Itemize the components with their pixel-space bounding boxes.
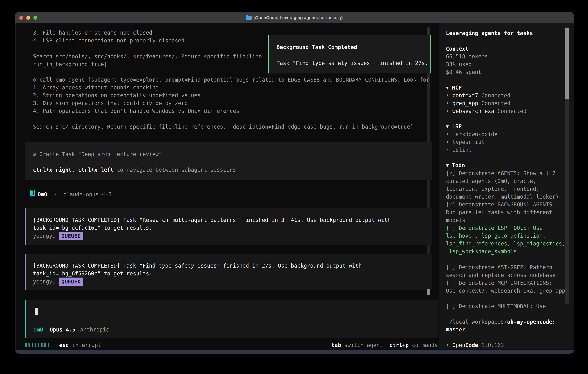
lsp-name: markdown-oxide: [452, 131, 498, 137]
agent-call-item: 3. Division operations that could divide…: [33, 99, 188, 107]
bullet-icon: •: [446, 131, 449, 137]
oracle-task-hint: ctrl+x right, ctrl+x left to navigate be…: [33, 166, 236, 174]
transcript-line: Search src/tools/, src/hooks/, src/featu…: [33, 53, 262, 61]
separator-dot: ·: [54, 191, 57, 197]
transcript-line: 4. LSP client connections not properly d…: [33, 37, 184, 44]
todo-line: Use context7, websearch_exa, grep_app: [446, 287, 565, 295]
ctrlp-label: commands: [409, 342, 438, 348]
active-agent: OmO: [33, 327, 43, 333]
chevron-down-icon: ▼: [446, 124, 449, 129]
lsp-name: typescript: [452, 139, 485, 145]
bullet-icon: •: [446, 108, 449, 114]
todo-line: [ ] Demonstrate AST-GREP: Pattern: [446, 263, 552, 271]
input-status-row: OmOOpus 4.5Anthropic: [33, 326, 109, 334]
context-used: 33% used: [446, 61, 472, 68]
oracle-task-card[interactable]: ◉ Oracle Task "Deep architecture review"…: [25, 142, 432, 180]
context-spent: $0.46 spent: [446, 68, 481, 76]
bullet-icon: •: [446, 100, 449, 106]
mcp-name: context7: [452, 93, 478, 99]
todo-line: document-writer, multimodal-looker): [446, 193, 559, 201]
mcp-status: Connected: [478, 100, 510, 106]
todo-line-active: [ ] Demonstrate LSP TOOLS: Use: [446, 224, 543, 232]
sidebar-scrollbar-thumb[interactable]: [565, 28, 569, 99]
agent-header: OmO·claude-opus-4-5: [38, 191, 112, 198]
repo-name: oh-my-opencode:: [507, 319, 556, 325]
todo-line: curated agents (OmO, oracle,: [446, 177, 536, 185]
agent-call-item: 2. String operations on potentially unde…: [33, 92, 200, 99]
todo-line: search and replace across codebase: [446, 271, 556, 279]
message-meta: yeongyuQUEUED: [33, 278, 83, 286]
tab-key: tab: [331, 342, 341, 348]
transcript-line: 3. File handles or streams not closed: [33, 29, 152, 37]
todo-line: librarian, explore, frontend,: [446, 185, 539, 193]
half-moon-icon: ◐: [339, 15, 343, 20]
zoom-button[interactable]: [33, 16, 37, 20]
close-button[interactable]: [19, 16, 23, 20]
mcp-item: • grep_app Connected: [446, 100, 510, 107]
background-task-message: [BACKGROUND TASK COMPLETED] Task "Find t…: [25, 254, 432, 291]
queued-badge: QUEUED: [59, 232, 83, 240]
todo-line: [ ] Demonstrate MCP INTEGRATIONS:: [446, 279, 552, 287]
lsp-item: • eslint: [446, 146, 472, 154]
notification-toast: Background Task Completed Task "Find typ…: [268, 35, 431, 73]
mcp-status: Connected: [494, 108, 526, 114]
main-scrollbar-thumb[interactable]: [427, 289, 430, 295]
app-name: Open: [452, 342, 465, 348]
todo-line: models: [446, 216, 465, 224]
path-prefix: ~/local-workspaces/: [446, 319, 507, 325]
context-tokens: 66,518 tokens: [446, 53, 488, 61]
bullet-icon: •: [446, 139, 449, 145]
activity-spinner: [25, 343, 49, 347]
text-cursor: [35, 308, 38, 315]
message-line: [BACKGROUND TASK COMPLETED] Task "Resear…: [33, 216, 391, 224]
prompt-input[interactable]: OmOOpus 4.5Anthropic: [25, 300, 438, 338]
message-line: task_id="bg_6f59260c" to get results.: [33, 270, 152, 278]
omo-agent-icon: [30, 190, 35, 196]
ctrlp-key: ctrl+p: [389, 342, 409, 348]
folder-icon: [246, 16, 252, 20]
model-name: Opus 4.5: [50, 327, 75, 333]
window-title-text: [OpenCode] Leveraging agents for tasks: [254, 15, 337, 20]
agent-call-item: 1. Array access without bounds checking: [33, 84, 159, 92]
record-icon: ◉: [33, 151, 36, 157]
traffic-lights: [19, 16, 37, 20]
mcp-status: Connected: [478, 93, 510, 99]
statusbar-left: esc interrupt: [59, 341, 101, 349]
hint-rest: to navigate between subagent sessions: [114, 167, 236, 173]
lsp-item: • typescript: [446, 138, 484, 146]
lsp-section-header[interactable]: ▼ LSP: [446, 123, 462, 130]
lsp-name: eslint: [452, 147, 472, 153]
agent-name: OmO: [38, 191, 47, 197]
message-line: [BACKGROUND TASK COMPLETED] Task "Find t…: [33, 262, 362, 270]
todo-line-active: lsp_find_references, lsp_diagnostics,: [446, 240, 565, 248]
message-line: task_id="bg_dcfac161" to get results.: [33, 224, 152, 232]
todo-line: [✓] Demonstrate AGENTS: Show all 7: [446, 169, 556, 177]
mcp-section-header[interactable]: ▼ MCP: [446, 84, 462, 92]
todo-line: [✓] Demonstrate BACKGROUND AGENTS:: [446, 201, 556, 208]
mcp-name: grep_app: [452, 100, 478, 106]
chevron-down-icon: ▼: [446, 86, 449, 90]
transcript-line: run_in_background=true]: [33, 61, 107, 68]
agent-call-line: ⚙ call_omo_agent [subagent_type=explore,…: [33, 76, 430, 84]
mcp-item: • websearch_exa Connected: [446, 107, 526, 115]
background-task-message: [BACKGROUND TASK COMPLETED] Task "Resear…: [25, 208, 432, 245]
version-row: • OpenCode 1.0.163: [446, 341, 504, 349]
todo-line-active: lsp_hover, lsp_goto_definition,: [446, 232, 546, 240]
bullet-icon: •: [446, 147, 449, 153]
esc-label: interrupt: [69, 342, 101, 348]
todo-section-header[interactable]: ▼ Todo: [446, 162, 465, 169]
minimize-button[interactable]: [26, 16, 30, 20]
title-bar: [OpenCode] Leveraging agents for tasks ◐: [15, 12, 574, 23]
notification-body: Task "Find type safety issues" finished …: [276, 59, 428, 67]
todo-line: Run parallel tasks with different: [446, 208, 552, 216]
todo-line-active: lsp_workspace_symbols: [446, 248, 517, 255]
chevron-down-icon: ▼: [446, 163, 449, 168]
agent-call-item: 4. Path operations that don't handle Win…: [33, 107, 239, 115]
statusbar-right: tab switch agent ctrl+p commands: [331, 341, 438, 349]
username: yeongyu: [33, 233, 56, 239]
agent-call-text: call_omo_agent [subagent_type=explore, p…: [40, 77, 430, 83]
todo-line: [ ] Demonstrate MULTIMODAL: Use: [446, 302, 546, 310]
app-version: 1.0.163: [478, 342, 504, 348]
message-meta: yeongyuQUEUED: [33, 232, 83, 240]
bullet-icon: •: [446, 342, 449, 348]
